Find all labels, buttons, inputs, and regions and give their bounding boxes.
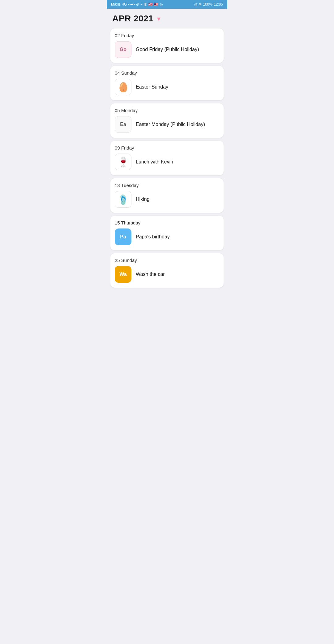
battery-label: 100% — [203, 2, 212, 7]
event-date: 09 Friday — [115, 145, 219, 150]
event-date: 02 Friday — [115, 33, 219, 38]
event-title: Good Friday (Public Holiday) — [136, 46, 199, 53]
event-icon: Wa — [115, 266, 131, 283]
event-date: 05 Monday — [115, 108, 219, 113]
event-date: 13 Tuesday — [115, 183, 219, 188]
status-bar: Maxis 4G ▪▪▪▪▪ ⊙ ⌁ ◫ 🇺🇸 🇲🇾 ◎ ◎ ❋ 100% 12… — [107, 0, 227, 9]
events-list: 02 FridayGoGood Friday (Public Holiday)0… — [107, 27, 227, 294]
status-left: Maxis 4G ▪▪▪▪▪ ⊙ ⌁ ◫ 🇺🇸 🇲🇾 ◎ — [111, 2, 163, 7]
event-title: Wash the car — [136, 271, 165, 278]
signal-label: 4G — [122, 2, 127, 7]
event-date: 04 Sunday — [115, 70, 219, 76]
event-card[interactable]: 09 Friday🍷Lunch with Kevin — [110, 141, 224, 175]
event-card[interactable]: 25 SundayWaWash the car — [110, 253, 224, 288]
event-icon: 🩴 — [115, 191, 131, 208]
chevron-down-icon[interactable]: ▾ — [157, 15, 161, 23]
event-title: Easter Sunday — [136, 84, 168, 90]
status-icons: ◫ 🇺🇸 🇲🇾 ◎ — [144, 2, 163, 7]
event-title: Hiking — [136, 196, 149, 203]
wifi-icon: ⊙ — [136, 2, 139, 7]
event-date: 15 Thursday — [115, 220, 219, 225]
event-title: Papa's birthday — [136, 234, 170, 240]
eye-icon: ◎ — [194, 2, 197, 7]
time-label: 12:05 — [214, 2, 223, 7]
carrier-label: Maxis — [111, 2, 121, 7]
event-card[interactable]: 13 Tuesday🩴Hiking — [110, 178, 224, 213]
usb-icon: ⌁ — [140, 2, 143, 7]
event-card[interactable]: 02 FridayGoGood Friday (Public Holiday) — [110, 28, 224, 63]
event-icon: 🍷 — [115, 154, 131, 170]
event-icon: Ea — [115, 116, 131, 133]
event-title: Easter Monday (Public Holiday) — [136, 121, 205, 128]
bluetooth-icon: ❋ — [199, 2, 202, 7]
event-icon: 🥚 — [115, 79, 131, 95]
month-year-title: APR 2021 — [112, 14, 153, 24]
status-right: ◎ ❋ 100% 12:05 — [194, 2, 223, 7]
calendar-header: APR 2021 ▾ — [107, 9, 227, 27]
event-card[interactable]: 15 ThursdayPaPapa's birthday — [110, 216, 224, 250]
signal-icons: ▪▪▪▪▪ — [128, 2, 135, 7]
event-icon: Pa — [115, 228, 131, 245]
event-card[interactable]: 05 MondayEaEaster Monday (Public Holiday… — [110, 103, 224, 138]
event-icon: Go — [115, 41, 131, 58]
event-title: Lunch with Kevin — [136, 159, 173, 165]
event-date: 25 Sunday — [115, 258, 219, 263]
event-card[interactable]: 04 Sunday🥚Easter Sunday — [110, 66, 224, 100]
